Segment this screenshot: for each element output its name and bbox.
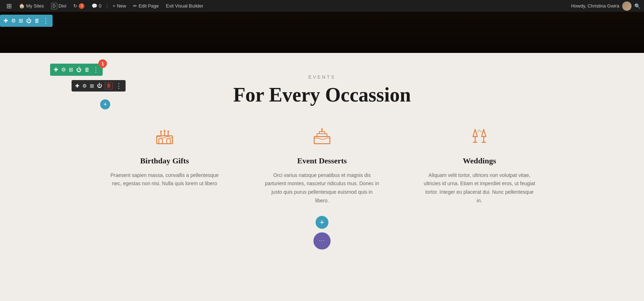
svg-rect-2 xyxy=(167,139,170,144)
new-label: New xyxy=(117,3,126,9)
svg-line-18 xyxy=(477,131,479,132)
svg-point-20 xyxy=(479,129,480,130)
bottom-buttons: + ··· xyxy=(7,216,637,250)
events-section-wrapper: ✚ ⚙ ⊞ ⏻ 🗑 ⋮ 1 ✚ ⚙ ⊞ ⏻ 🗑 ⋮ + EVENTS For E… xyxy=(0,53,644,264)
admin-bar-right: Howdy, Christina Gwira 🔍 xyxy=(571,1,640,11)
update-count: 3 xyxy=(79,3,84,9)
avatar[interactable] xyxy=(622,1,631,11)
wp-logo[interactable]: ⊞ xyxy=(4,0,15,12)
divi-menu[interactable]: D Divi xyxy=(48,0,69,12)
updates-icon: ↻ xyxy=(73,3,77,9)
row-more-icon[interactable]: ⋮ xyxy=(93,66,99,74)
comments-icon: 💬 xyxy=(92,3,97,9)
section-add-icon[interactable]: ✚ xyxy=(4,18,8,24)
divider-1: | xyxy=(106,3,107,9)
svg-point-13 xyxy=(321,128,323,130)
section-more-icon[interactable]: ⋮ xyxy=(43,17,49,25)
module-add-button[interactable]: + xyxy=(100,99,110,109)
wp-icon: ⊞ xyxy=(6,2,12,10)
birthday-title: Birthday Gifts xyxy=(100,156,229,166)
house-icon: 🏠 xyxy=(19,3,25,9)
dots-icon: ··· xyxy=(319,238,325,244)
my-sites-menu[interactable]: 🏠 My Sites xyxy=(16,0,47,12)
module-toolbar[interactable]: ✚ ⚙ ⊞ ⏻ 🗑 ⋮ xyxy=(72,80,126,92)
row-settings-icon[interactable]: ⚙ xyxy=(61,66,66,73)
desserts-text: Orci varius natoque penatibus et magnis … xyxy=(265,171,379,205)
row-badge: 1 xyxy=(98,59,107,68)
module-disable-icon[interactable]: ⏻ xyxy=(97,83,102,89)
row-delete-icon[interactable]: 🗑 xyxy=(84,67,90,73)
svg-rect-11 xyxy=(319,132,325,134)
pencil-icon: ✏ xyxy=(133,3,137,9)
svg-point-6 xyxy=(160,130,162,133)
svg-line-19 xyxy=(480,131,482,132)
module-add-icon[interactable]: ✚ xyxy=(75,83,79,89)
section-toolbar[interactable]: ✚ ⚙ ⊞ ⏻ 🗑 ⋮ xyxy=(0,15,53,27)
comments-count: 0 xyxy=(99,3,101,9)
new-button[interactable]: + New xyxy=(110,0,129,12)
exit-vb-label: Exit Visual Builder xyxy=(166,3,204,9)
hero-strip xyxy=(0,12,644,53)
weddings-text: Aliquam velit tortor, ultrices non volut… xyxy=(422,171,537,205)
divi-icon: D xyxy=(51,3,57,9)
birthday-text: Praesent sapien massa, convallis a pelle… xyxy=(107,171,222,188)
row-duplicate-icon[interactable]: ⊞ xyxy=(69,66,73,73)
edit-page-button[interactable]: ✏ Edit Page xyxy=(130,0,161,12)
search-icon[interactable]: 🔍 xyxy=(634,3,640,9)
weddings-column: Weddings Aliquam velit tortor, ultrices … xyxy=(401,124,558,205)
section-delete-icon[interactable]: 🗑 xyxy=(34,18,40,24)
edit-page-label: Edit Page xyxy=(138,3,158,9)
desserts-column: Event Desserts Orci varius natoque penat… xyxy=(243,124,401,205)
desserts-icon xyxy=(258,124,386,149)
plus-icon: + xyxy=(113,3,116,9)
row-toolbar[interactable]: ✚ ⚙ ⊞ ⏻ 🗑 ⋮ 1 xyxy=(50,64,103,76)
updates-menu[interactable]: ↻ 3 xyxy=(70,0,87,12)
user-greeting: Howdy, Christina Gwira xyxy=(571,3,619,9)
exit-vb-button[interactable]: Exit Visual Builder xyxy=(163,0,206,12)
add-section-button[interactable]: + xyxy=(316,216,328,229)
birthday-icon xyxy=(100,124,229,149)
module-settings-icon[interactable]: ⚙ xyxy=(82,83,87,89)
page-wrapper: ✚ ⚙ ⊞ ⏻ 🗑 ⋮ ✚ ⚙ ⊞ ⏻ 🗑 ⋮ 1 ✚ ⚙ ⊞ ⏻ 🗑 ⋮ + xyxy=(0,12,644,264)
divi-label: Divi xyxy=(59,3,67,9)
svg-rect-9 xyxy=(314,137,330,144)
svg-rect-1 xyxy=(159,139,162,144)
three-columns: Birthday Gifts Praesent sapien massa, co… xyxy=(72,124,572,205)
my-sites-label: My Sites xyxy=(26,3,44,9)
section-duplicate-icon[interactable]: ⊞ xyxy=(19,18,23,24)
section-settings-icon[interactable]: ⚙ xyxy=(11,18,16,24)
svg-point-8 xyxy=(167,130,169,133)
svg-point-7 xyxy=(164,130,165,132)
comments-menu[interactable]: 💬 0 xyxy=(89,0,104,12)
module-delete-icon[interactable]: 🗑 xyxy=(105,82,113,89)
row-add-icon[interactable]: ✚ xyxy=(54,66,58,73)
weddings-title: Weddings xyxy=(415,156,544,166)
desserts-title: Event Desserts xyxy=(258,156,386,166)
birthday-column: Birthday Gifts Praesent sapien massa, co… xyxy=(86,124,243,205)
weddings-icon xyxy=(415,124,544,149)
module-more-icon[interactable]: ⋮ xyxy=(116,82,122,90)
admin-bar: ⊞ 🏠 My Sites D Divi ↻ 3 💬 0 | + New ✏ Ed… xyxy=(0,0,644,12)
more-options-button[interactable]: ··· xyxy=(313,232,331,250)
module-duplicate-icon[interactable]: ⊞ xyxy=(90,83,94,89)
row-disable-icon[interactable]: ⏻ xyxy=(76,67,82,73)
section-disable-icon[interactable]: ⏻ xyxy=(26,18,31,24)
